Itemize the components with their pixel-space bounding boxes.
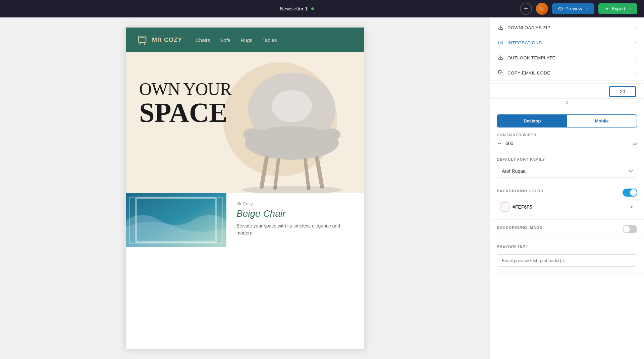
integrations-item[interactable]: INTEGRATIONS › [490,35,644,50]
svg-rect-4 [139,36,146,43]
color-swatch [500,202,510,212]
eye-icon [558,6,563,11]
product-image [126,193,226,247]
container-width-label: CONTAINER WIDTH [497,133,637,137]
svg-line-11 [275,160,278,188]
document-title: Newsletter 1 [280,6,308,11]
export-chevron-icon [628,7,631,10]
email-canvas: MR COZY Chairs Sofa Rugs Tables OWN YOUR… [126,28,364,349]
product-image-box [126,193,226,247]
outlook-icon [498,55,503,60]
chair-svg [230,69,351,193]
color-chevron-icon: ▼ [630,205,634,209]
nav-links: Chairs Sofa Rugs Tables [196,37,277,43]
dropdown-menu: DOWNLOAD AS ZIP › INTEGRATIONS › OUTLOOK… [490,17,644,84]
svg-point-18 [500,42,501,43]
integrations-icon [498,40,503,45]
export-button[interactable]: Export [598,3,637,14]
container-width-unit: px [633,141,637,146]
product-description: Elevate your space with its timeless ele… [236,222,354,237]
number-input-row [490,84,644,99]
product-brand: Mr Cozy [236,201,354,206]
avatar[interactable]: U [536,3,548,15]
hero-line2: SPACE [139,99,231,126]
background-color-toggle[interactable] [623,189,637,197]
svg-point-14 [241,186,342,193]
email-header: MR COZY Chairs Sofa Rugs Tables [126,28,364,52]
tab-mobile[interactable]: Mobile [567,115,637,127]
integrations-chevron-icon: › [635,40,636,45]
export-arrow-icon [604,6,609,11]
preview-text-row: PREVIEW TEXT [490,239,644,272]
svg-line-12 [305,160,309,188]
background-image-toggle[interactable] [623,225,637,233]
font-family-label: DEFAULT FONT FAMILY [497,157,637,161]
nav-tables[interactable]: Tables [262,37,277,43]
product-section: Mr Cozy Beige Chair Elevate your space w… [126,193,364,247]
product-name: Beige Chair [236,208,354,219]
background-image-row: BACKGROUND IMAGE [490,220,644,239]
svg-line-10 [317,158,322,187]
svg-point-13 [272,90,312,122]
status-dot [311,7,314,10]
chevron-right-icon: › [635,25,636,30]
canvas-area: MR COZY Chairs Sofa Rugs Tables OWN YOUR… [0,17,490,359]
zero-label: 0 [490,99,644,109]
view-tabs: Desktop Mobile [497,114,637,127]
preview-text-label: PREVIEW TEXT [497,244,637,248]
svg-point-2 [560,8,561,9]
font-family-row: DEFAULT FONT FAMILY Aref Ruqaa Arial Geo… [490,152,644,183]
font-family-select[interactable]: Aref Ruqaa Arial Georgia Helvetica Robot… [497,165,637,177]
svg-line-9 [262,158,267,187]
outlook-chevron-icon: › [635,55,636,60]
preview-chevron-icon [585,7,588,10]
container-width-value: 600 [505,141,629,146]
product-info: Mr Cozy Beige Chair Elevate your space w… [226,193,364,247]
copy-chevron-icon: › [635,70,636,75]
tab-desktop[interactable]: Desktop [497,115,567,127]
nav-chairs[interactable]: Chairs [196,37,210,43]
main-area: MR COZY Chairs Sofa Rugs Tables OWN YOUR… [0,17,644,359]
brand-logo: MR COZY [136,34,182,46]
outlook-template-item[interactable]: OUTLOOK TEMPLATE › [490,50,644,65]
copy-email-code-item[interactable]: COPY EMAIL CODE › [490,65,644,81]
svg-rect-20 [500,72,503,75]
nav-sofa[interactable]: Sofa [220,37,230,43]
color-hex-value: #FEF6F5 [513,204,627,210]
sidebar: DOWNLOAD AS ZIP › INTEGRATIONS › OUTLOOK… [490,17,644,359]
topbar: Newsletter 1 U Preview Export [0,0,644,17]
hero-text: OWN YOUR SPACE [139,79,231,126]
svg-point-8 [322,129,340,141]
chair-image [226,66,354,193]
plus-icon [523,6,529,11]
nav-rugs[interactable]: Rugs [240,37,252,43]
add-button[interactable] [520,3,532,15]
brand-logo-icon [136,34,149,46]
copy-icon [498,70,503,75]
container-width-row: CONTAINER WIDTH ↔ 600 px [490,127,644,152]
preview-button[interactable]: Preview [552,3,594,14]
width-arrows-icon: ↔ [497,140,502,146]
topbar-right: U Preview Export [520,3,637,15]
background-color-row: BACKGROUND COLOR #FEF6F5 ▼ [490,183,644,220]
download-zip-item[interactable]: DOWNLOAD AS ZIP › [490,20,644,35]
hero-section: OWN YOUR SPACE [126,52,364,193]
download-icon [498,25,503,30]
number-input[interactable] [609,86,636,97]
topbar-center: Newsletter 1 [280,6,314,11]
background-image-label: BACKGROUND IMAGE [497,225,542,229]
svg-point-7 [243,129,262,141]
background-color-label: BACKGROUND COLOR [497,189,543,193]
preview-text-input[interactable] [497,254,637,267]
hero-line1: OWN YOUR [139,79,231,99]
color-picker-row[interactable]: #FEF6F5 ▼ [497,200,637,214]
